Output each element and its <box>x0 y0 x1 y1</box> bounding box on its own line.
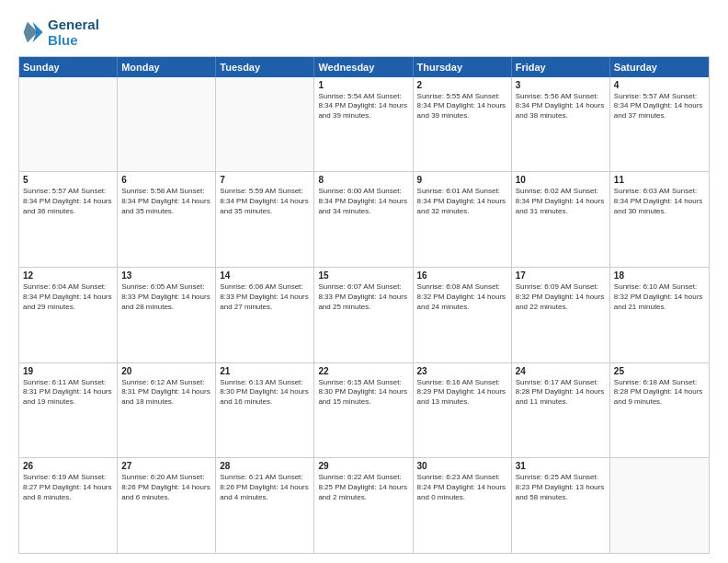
day-info: Sunrise: 5:57 AM Sunset: 8:34 PM Dayligh… <box>614 92 705 121</box>
day-number: 11 <box>614 175 705 185</box>
calendar-day-cell: 24Sunrise: 6:17 AM Sunset: 8:28 PM Dayli… <box>512 363 610 458</box>
calendar-day-cell: 22Sunrise: 6:15 AM Sunset: 8:30 PM Dayli… <box>314 363 413 458</box>
calendar-week: 1Sunrise: 5:54 AM Sunset: 8:34 PM Daylig… <box>19 77 709 172</box>
day-info: Sunrise: 6:09 AM Sunset: 8:32 PM Dayligh… <box>516 282 606 312</box>
calendar-week: 26Sunrise: 6:19 AM Sunset: 8:27 PM Dayli… <box>19 457 709 553</box>
page: General Blue SundayMondayTuesdayWednesda… <box>0 0 728 563</box>
day-info: Sunrise: 6:19 AM Sunset: 8:27 PM Dayligh… <box>23 473 113 502</box>
day-number: 25 <box>614 366 705 376</box>
calendar-day-cell: 3Sunrise: 5:56 AM Sunset: 8:34 PM Daylig… <box>512 77 610 172</box>
day-info: Sunrise: 6:06 AM Sunset: 8:33 PM Dayligh… <box>220 282 310 312</box>
calendar-empty-cell <box>19 77 118 172</box>
day-number: 2 <box>417 80 507 90</box>
day-info: Sunrise: 6:12 AM Sunset: 8:31 PM Dayligh… <box>121 378 211 408</box>
day-number: 12 <box>23 270 113 281</box>
day-info: Sunrise: 5:59 AM Sunset: 8:34 PM Dayligh… <box>220 187 310 216</box>
day-number: 28 <box>220 461 310 471</box>
calendar-header-cell: Sunday <box>19 57 118 77</box>
day-info: Sunrise: 6:00 AM Sunset: 8:34 PM Dayligh… <box>318 187 408 216</box>
day-info: Sunrise: 6:16 AM Sunset: 8:29 PM Dayligh… <box>417 378 507 408</box>
day-number: 14 <box>220 270 310 281</box>
calendar-day-cell: 27Sunrise: 6:20 AM Sunset: 8:26 PM Dayli… <box>118 458 216 553</box>
calendar-day-cell: 23Sunrise: 6:16 AM Sunset: 8:29 PM Dayli… <box>414 363 512 458</box>
calendar-day-cell: 14Sunrise: 6:06 AM Sunset: 8:33 PM Dayli… <box>216 268 314 362</box>
calendar-day-cell: 1Sunrise: 5:54 AM Sunset: 8:34 PM Daylig… <box>314 77 413 172</box>
day-info: Sunrise: 6:05 AM Sunset: 8:33 PM Dayligh… <box>121 282 211 312</box>
calendar-empty-cell <box>118 77 216 172</box>
day-number: 19 <box>23 366 113 376</box>
calendar-day-cell: 25Sunrise: 6:18 AM Sunset: 8:28 PM Dayli… <box>610 363 709 458</box>
logo-icon <box>18 19 44 45</box>
day-number: 27 <box>121 461 211 471</box>
calendar-header-cell: Wednesday <box>314 57 413 77</box>
day-number: 4 <box>614 80 705 90</box>
calendar-body: 1Sunrise: 5:54 AM Sunset: 8:34 PM Daylig… <box>19 77 709 554</box>
day-number: 18 <box>614 270 705 281</box>
calendar-week: 12Sunrise: 6:04 AM Sunset: 8:34 PM Dayli… <box>19 267 709 362</box>
day-info: Sunrise: 5:57 AM Sunset: 8:34 PM Dayligh… <box>23 187 113 216</box>
logo-text: General Blue <box>48 17 99 49</box>
calendar: SundayMondayTuesdayWednesdayThursdayFrid… <box>18 56 710 555</box>
day-number: 21 <box>220 366 310 376</box>
calendar-day-cell: 19Sunrise: 6:11 AM Sunset: 8:31 PM Dayli… <box>19 363 118 458</box>
day-info: Sunrise: 6:03 AM Sunset: 8:34 PM Dayligh… <box>614 187 705 216</box>
calendar-header-cell: Tuesday <box>216 57 314 77</box>
calendar-day-cell: 13Sunrise: 6:05 AM Sunset: 8:33 PM Dayli… <box>118 268 216 362</box>
calendar-day-cell: 2Sunrise: 5:55 AM Sunset: 8:34 PM Daylig… <box>414 77 512 172</box>
day-info: Sunrise: 5:58 AM Sunset: 8:34 PM Dayligh… <box>121 187 211 216</box>
calendar-header-cell: Friday <box>512 57 610 77</box>
day-info: Sunrise: 6:25 AM Sunset: 8:23 PM Dayligh… <box>516 473 606 502</box>
day-info: Sunrise: 6:22 AM Sunset: 8:25 PM Dayligh… <box>318 473 408 502</box>
day-info: Sunrise: 6:04 AM Sunset: 8:34 PM Dayligh… <box>23 282 113 312</box>
day-number: 17 <box>516 270 606 281</box>
calendar-day-cell: 7Sunrise: 5:59 AM Sunset: 8:34 PM Daylig… <box>216 172 314 267</box>
calendar-day-cell: 30Sunrise: 6:23 AM Sunset: 8:24 PM Dayli… <box>414 458 512 553</box>
calendar-day-cell: 17Sunrise: 6:09 AM Sunset: 8:32 PM Dayli… <box>512 268 610 362</box>
day-number: 23 <box>417 366 507 376</box>
day-info: Sunrise: 6:18 AM Sunset: 8:28 PM Dayligh… <box>614 378 705 408</box>
calendar-week: 5Sunrise: 5:57 AM Sunset: 8:34 PM Daylig… <box>19 171 709 267</box>
day-number: 5 <box>23 175 113 185</box>
day-number: 26 <box>23 461 113 471</box>
calendar-header-cell: Thursday <box>414 57 512 77</box>
day-number: 31 <box>516 461 606 471</box>
calendar-day-cell: 11Sunrise: 6:03 AM Sunset: 8:34 PM Dayli… <box>610 172 709 267</box>
calendar-day-cell: 20Sunrise: 6:12 AM Sunset: 8:31 PM Dayli… <box>118 363 216 458</box>
day-info: Sunrise: 6:08 AM Sunset: 8:32 PM Dayligh… <box>417 282 507 312</box>
calendar-day-cell: 4Sunrise: 5:57 AM Sunset: 8:34 PM Daylig… <box>610 77 709 172</box>
day-info: Sunrise: 6:21 AM Sunset: 8:26 PM Dayligh… <box>220 473 310 502</box>
calendar-day-cell: 8Sunrise: 6:00 AM Sunset: 8:34 PM Daylig… <box>314 172 413 267</box>
day-info: Sunrise: 5:55 AM Sunset: 8:34 PM Dayligh… <box>417 92 507 121</box>
day-number: 8 <box>318 175 408 185</box>
calendar-empty-cell <box>216 77 314 172</box>
calendar-day-cell: 29Sunrise: 6:22 AM Sunset: 8:25 PM Dayli… <box>314 458 413 553</box>
day-info: Sunrise: 6:15 AM Sunset: 8:30 PM Dayligh… <box>318 378 408 408</box>
day-number: 16 <box>417 270 507 281</box>
calendar-day-cell: 16Sunrise: 6:08 AM Sunset: 8:32 PM Dayli… <box>414 268 512 362</box>
day-number: 30 <box>417 461 507 471</box>
calendar-header-cell: Saturday <box>610 57 709 77</box>
day-number: 13 <box>121 270 211 281</box>
calendar-day-cell: 9Sunrise: 6:01 AM Sunset: 8:34 PM Daylig… <box>414 172 512 267</box>
day-number: 9 <box>417 175 507 185</box>
day-info: Sunrise: 6:11 AM Sunset: 8:31 PM Dayligh… <box>23 378 113 408</box>
calendar-day-cell: 5Sunrise: 5:57 AM Sunset: 8:34 PM Daylig… <box>19 172 118 267</box>
header: General Blue <box>18 17 710 49</box>
calendar-week: 19Sunrise: 6:11 AM Sunset: 8:31 PM Dayli… <box>19 362 709 458</box>
day-info: Sunrise: 6:17 AM Sunset: 8:28 PM Dayligh… <box>516 378 606 408</box>
day-number: 1 <box>318 80 408 90</box>
day-info: Sunrise: 6:07 AM Sunset: 8:33 PM Dayligh… <box>318 282 408 312</box>
day-number: 22 <box>318 366 408 376</box>
calendar-day-cell: 15Sunrise: 6:07 AM Sunset: 8:33 PM Dayli… <box>314 268 413 362</box>
day-number: 20 <box>121 366 211 376</box>
calendar-day-cell: 26Sunrise: 6:19 AM Sunset: 8:27 PM Dayli… <box>19 458 118 553</box>
day-number: 15 <box>318 270 408 281</box>
calendar-header-row: SundayMondayTuesdayWednesdayThursdayFrid… <box>19 57 709 77</box>
calendar-day-cell: 12Sunrise: 6:04 AM Sunset: 8:34 PM Dayli… <box>19 268 118 362</box>
day-info: Sunrise: 6:02 AM Sunset: 8:34 PM Dayligh… <box>516 187 606 216</box>
day-info: Sunrise: 6:20 AM Sunset: 8:26 PM Dayligh… <box>121 473 211 502</box>
day-info: Sunrise: 6:13 AM Sunset: 8:30 PM Dayligh… <box>220 378 310 408</box>
calendar-day-cell: 18Sunrise: 6:10 AM Sunset: 8:32 PM Dayli… <box>610 268 709 362</box>
day-info: Sunrise: 5:56 AM Sunset: 8:34 PM Dayligh… <box>516 92 606 121</box>
day-number: 10 <box>516 175 606 185</box>
